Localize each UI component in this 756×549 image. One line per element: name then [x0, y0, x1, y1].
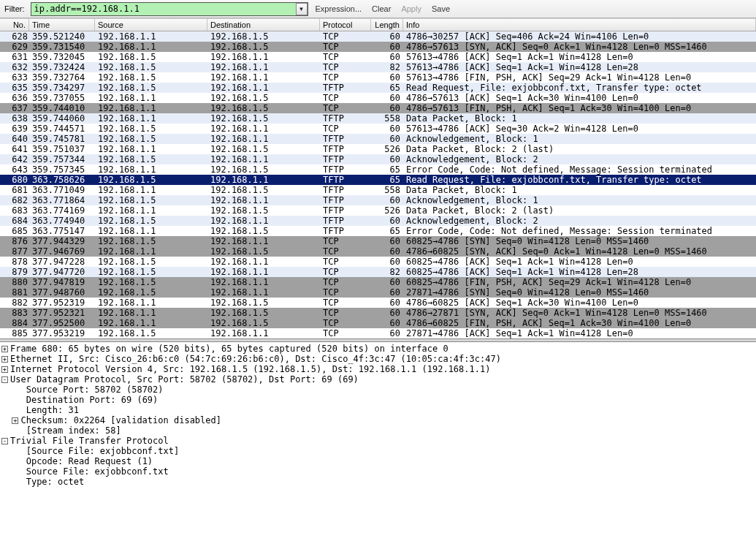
packet-row[interactable]: 642359.757344192.168.1.5192.168.1.1TFTP6… — [0, 154, 756, 164]
packet-row[interactable]: 681363.771049192.168.1.1192.168.1.5TFTP5… — [0, 185, 756, 195]
col-info[interactable]: Info — [403, 19, 756, 31]
expression-button[interactable]: Expression... — [313, 4, 365, 13]
clear-button[interactable]: Clear — [369, 4, 394, 13]
apply-button[interactable]: Apply — [398, 4, 424, 13]
packet-row[interactable]: 881377.948760192.168.1.5192.168.1.1TCP60… — [0, 287, 756, 298]
cell-len: 558 — [371, 185, 403, 195]
cell-info: Read Request, File: exjobbconf.txt, Tran… — [403, 175, 756, 185]
packet-row[interactable]: 643359.757345192.168.1.1192.168.1.5TFTP6… — [0, 164, 756, 175]
cell-src: 192.168.1.1 — [95, 226, 207, 236]
cell-info: 57613→4786 [ACK] Seq=1 Ack=1 Win=4128 Le… — [403, 52, 756, 62]
cell-len: 60 — [371, 42, 403, 52]
col-length[interactable]: Length — [371, 19, 403, 31]
packet-row[interactable]: 640359.745781192.168.1.5192.168.1.1TFTP6… — [0, 134, 756, 144]
cell-time: 363.774940 — [29, 216, 95, 226]
cell-len: 65 — [371, 83, 403, 93]
packet-row[interactable]: 638359.744060192.168.1.1192.168.1.5TFTP5… — [0, 113, 756, 124]
collapse-icon[interactable]: - — [1, 376, 8, 383]
expand-icon[interactable]: + — [1, 366, 8, 373]
cell-no: 877 — [0, 246, 29, 257]
cell-info: 57613→4786 [ACK] Seq=1 Ack=1 Win=4128 Le… — [403, 62, 756, 72]
packet-row[interactable]: 684363.774940192.168.1.5192.168.1.1TFTP6… — [0, 216, 756, 226]
packet-row[interactable]: 879377.947720192.168.1.5192.168.1.1TCP82… — [0, 267, 756, 277]
cell-src: 192.168.1.5 — [95, 134, 207, 144]
packet-row[interactable]: 877377.946769192.168.1.1192.168.1.5TCP60… — [0, 246, 756, 257]
cell-dst: 192.168.1.5 — [207, 205, 320, 216]
cell-proto: TFTP — [320, 83, 371, 93]
packet-row[interactable]: 631359.732045192.168.1.5192.168.1.1TCP60… — [0, 52, 756, 62]
cell-dst: 192.168.1.1 — [207, 277, 320, 287]
packet-row[interactable]: 629359.731540192.168.1.1192.168.1.5TCP60… — [0, 42, 756, 52]
cell-dst: 192.168.1.1 — [207, 267, 320, 277]
col-source[interactable]: Source — [95, 19, 207, 31]
cell-info: Acknowledgement, Block: 1 — [403, 134, 756, 144]
cell-dst: 192.168.1.5 — [207, 246, 320, 257]
packet-details[interactable]: +Frame 680: 65 bytes on wire (520 bits),… — [0, 342, 756, 491]
packet-row[interactable]: 880377.947819192.168.1.5192.168.1.1TCP60… — [0, 277, 756, 287]
cell-src: 192.168.1.1 — [95, 103, 207, 113]
cell-info: 4786→60825 [ACK] Seq=1 Ack=30 Win=4100 L… — [403, 298, 756, 308]
packet-list[interactable]: 628359.521240192.168.1.1192.168.1.5TCP60… — [0, 31, 756, 338]
expand-icon[interactable]: + — [1, 356, 8, 363]
packet-row[interactable]: 632359.732424192.168.1.5192.168.1.1TCP82… — [0, 62, 756, 72]
cell-proto: TCP — [320, 72, 371, 83]
expand-icon[interactable]: + — [12, 417, 18, 424]
cell-dst: 192.168.1.1 — [207, 124, 320, 134]
packet-row[interactable]: 885377.953219192.168.1.5192.168.1.1TCP60… — [0, 328, 756, 338]
cell-src: 192.168.1.1 — [95, 93, 207, 103]
cell-len: 60 — [371, 195, 403, 205]
expand-icon[interactable]: + — [1, 346, 8, 352]
cell-no: 635 — [0, 83, 29, 93]
cell-dst: 192.168.1.1 — [207, 257, 320, 267]
packet-row[interactable]: 639359.744571192.168.1.5192.168.1.1TCP60… — [0, 124, 756, 134]
col-protocol[interactable]: Protocol — [320, 19, 371, 31]
cell-src: 192.168.1.5 — [95, 236, 207, 246]
packet-row[interactable]: 876377.944329192.168.1.5192.168.1.1TCP60… — [0, 236, 756, 246]
cell-no: 633 — [0, 72, 29, 83]
cell-dst: 192.168.1.1 — [207, 83, 320, 93]
cell-time: 359.732424 — [29, 62, 95, 72]
cell-info: Data Packet, Block: 2 (last) — [403, 205, 756, 216]
packet-row[interactable]: 878377.947228192.168.1.5192.168.1.1TCP60… — [0, 257, 756, 267]
cell-info: 4786→57613 [SYN, ACK] Seq=0 Ack=1 Win=41… — [403, 42, 756, 52]
cell-src: 192.168.1.5 — [95, 257, 207, 267]
detail-line: Trivial File Transfer Protocol — [10, 436, 169, 446]
col-no[interactable]: No. — [0, 19, 29, 31]
cell-time: 359.744010 — [29, 103, 95, 113]
cell-proto: TCP — [320, 287, 371, 298]
packet-row[interactable]: 636359.737055192.168.1.1192.168.1.5TCP60… — [0, 93, 756, 103]
cell-dst: 192.168.1.5 — [207, 298, 320, 308]
cell-no: 684 — [0, 216, 29, 226]
packet-row[interactable]: 883377.952321192.168.1.1192.168.1.5TCP60… — [0, 308, 756, 318]
cell-no: 879 — [0, 267, 29, 277]
cell-info: Acknowledgement, Block: 1 — [403, 195, 756, 205]
packet-row[interactable]: 641359.751037192.168.1.1192.168.1.5TFTP5… — [0, 144, 756, 154]
packet-row[interactable]: 680363.758626192.168.1.5192.168.1.1TFTP6… — [0, 175, 756, 185]
cell-src: 192.168.1.1 — [95, 318, 207, 328]
packet-row[interactable]: 685363.775147192.168.1.1192.168.1.5TFTP6… — [0, 226, 756, 236]
col-time[interactable]: Time — [29, 19, 95, 31]
detail-line: Frame 680: 65 bytes on wire (520 bits), … — [10, 344, 448, 354]
cell-len: 60 — [371, 134, 403, 144]
cell-dst: 192.168.1.5 — [207, 318, 320, 328]
cell-info: 4786→60825 [FIN, PSH, ACK] Seq=1 Ack=30 … — [403, 318, 756, 328]
filter-input[interactable] — [31, 2, 308, 16]
packet-row[interactable]: 682363.771864192.168.1.5192.168.1.1TFTP6… — [0, 195, 756, 205]
save-button[interactable]: Save — [429, 4, 453, 13]
filter-dropdown-button[interactable]: ▼ — [296, 3, 308, 15]
packet-row[interactable]: 884377.952500192.168.1.1192.168.1.5TCP60… — [0, 318, 756, 328]
packet-row[interactable]: 635359.734297192.168.1.5192.168.1.1TFTP6… — [0, 83, 756, 93]
packet-row[interactable]: 882377.952319192.168.1.1192.168.1.5TCP60… — [0, 298, 756, 308]
cell-dst: 192.168.1.1 — [207, 328, 320, 338]
cell-info: 4786→27871 [SYN, ACK] Seq=0 Ack=1 Win=41… — [403, 308, 756, 318]
packet-row[interactable]: 628359.521240192.168.1.1192.168.1.5TCP60… — [0, 31, 756, 42]
packet-row[interactable]: 633359.732764192.168.1.5192.168.1.1TCP60… — [0, 72, 756, 83]
packet-row[interactable]: 683363.774169192.168.1.1192.168.1.5TFTP5… — [0, 205, 756, 216]
cell-proto: TCP — [320, 62, 371, 72]
cell-proto: TFTP — [320, 175, 371, 185]
cell-dst: 192.168.1.1 — [207, 216, 320, 226]
packet-row[interactable]: 637359.744010192.168.1.1192.168.1.5TCP60… — [0, 103, 756, 113]
col-destination[interactable]: Destination — [207, 19, 320, 31]
collapse-icon[interactable]: - — [1, 438, 8, 444]
cell-time: 377.952321 — [29, 308, 95, 318]
